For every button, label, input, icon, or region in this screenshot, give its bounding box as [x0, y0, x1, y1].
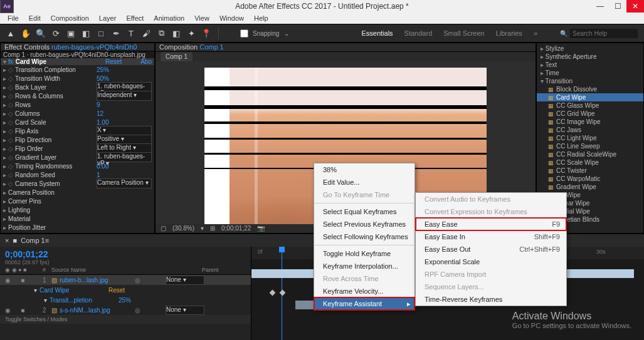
col-parent[interactable]: Parent — [202, 267, 246, 273]
fx-item[interactable]: ▦CC Radial ScaleWipe — [537, 150, 643, 158]
comp-tab[interactable]: Comp 1 — [161, 52, 193, 61]
ctx-item[interactable]: Keyframe Assistant▸ — [314, 297, 414, 310]
menu-layer[interactable]: Layer — [94, 13, 122, 23]
parent-combo[interactable]: None ▾ — [166, 276, 204, 285]
close-button[interactable]: ✕ — [626, 0, 644, 13]
menu-edit[interactable]: Edit — [24, 13, 46, 23]
fx-item[interactable]: ▦CC Jaws — [537, 126, 643, 134]
fx-item[interactable]: ▦CC Scale Wipe — [537, 158, 643, 167]
snapshot-icon[interactable]: 📷 — [257, 225, 265, 232]
ctx-item[interactable]: 38% — [314, 163, 414, 176]
fx-category[interactable]: Text — [537, 61, 643, 69]
menu-effect[interactable]: Effect — [121, 13, 149, 23]
timeline-layer[interactable]: ▾Transit...pletion25% — [0, 295, 251, 305]
ctx-item[interactable]: Time-Reverse Keyframes — [416, 293, 566, 306]
fx-item[interactable]: ▦CC Grid Wipe — [537, 110, 643, 118]
fx-item[interactable]: ▦CC Glass Wipe — [537, 101, 643, 110]
ctx-item[interactable]: Easy EaseF9 — [416, 218, 566, 230]
ec-reset[interactable]: Reset — [105, 58, 122, 65]
ec-group[interactable]: Camera Position — [8, 189, 90, 196]
fx-item[interactable]: ▦CC Line Sweep — [537, 142, 643, 150]
workspace-essentials[interactable]: Essentials — [361, 29, 393, 37]
keyframe[interactable] — [280, 290, 286, 296]
menu-composition[interactable]: Composition — [46, 13, 94, 23]
ec-group[interactable]: Position Jitter — [8, 224, 90, 231]
snapping-opts-icon[interactable]: ⌄ — [284, 30, 289, 37]
brush-tool-icon[interactable]: 🖌 — [140, 28, 152, 39]
timeline-tab[interactable]: Comp 1 — [21, 237, 45, 244]
fx-item[interactable]: ▦Block Dissolve — [537, 85, 643, 93]
zoom-level[interactable]: (30.8%) — [172, 225, 194, 232]
keyframe[interactable] — [270, 290, 276, 296]
ec-prop-combo[interactable]: 1. ruben-bagues-vP ▾ — [97, 152, 152, 162]
res-dropdown-icon[interactable]: ⊞ — [210, 225, 215, 232]
ctx-item[interactable]: Select Equal Keyframes — [314, 205, 414, 218]
zoom-dropdown-icon[interactable]: ▢ — [161, 225, 166, 232]
ec-prop-value[interactable]: 9 — [97, 101, 100, 108]
menu-animation[interactable]: Animation — [149, 13, 189, 23]
menu-file[interactable]: File — [3, 13, 24, 23]
parent-combo[interactable]: None ▾ — [166, 306, 204, 315]
ec-prop-value[interactable]: 1 — [97, 172, 100, 178]
workspace-more-icon[interactable]: » — [534, 29, 537, 37]
ctx-item[interactable]: Edit Value... — [314, 176, 414, 188]
ec-group[interactable]: Material — [8, 215, 90, 222]
ctx-item[interactable]: Select Following Keyframes — [314, 230, 414, 243]
col-source[interactable]: Source Name — [51, 267, 202, 273]
workspace-smallscreen[interactable]: Small Screen — [443, 29, 484, 37]
selection-tool-icon[interactable]: ▲ — [5, 28, 16, 39]
search-input[interactable] — [570, 29, 638, 38]
menu-window[interactable]: Window — [214, 13, 249, 23]
menu-view[interactable]: View — [189, 13, 214, 23]
toggle-switches[interactable]: Toggle Switches / Modes — [5, 316, 68, 322]
timeline-layer[interactable]: ◉ ■2▧s-s-nNM...lash.jpg◎None ▾ — [0, 305, 251, 315]
ec-prop-value[interactable]: 50% — [97, 75, 109, 82]
fx-category[interactable]: Time — [537, 69, 643, 77]
fx-item[interactable]: ▦CC Twister — [537, 167, 643, 175]
ec-effect-name[interactable]: Card Wipe — [16, 58, 105, 65]
clone-tool-icon[interactable]: ⧉ — [156, 28, 167, 39]
pen-tool-icon[interactable]: ✒ — [110, 28, 122, 39]
ctx-item[interactable]: Keyframe Velocity... — [314, 285, 414, 297]
puppet-tool-icon[interactable]: 📍 — [201, 28, 212, 39]
ctx-item[interactable]: Exponential Scale — [416, 255, 566, 268]
workspace-standard[interactable]: Standard — [404, 29, 433, 37]
fx-category[interactable]: Synthetic Aperture — [537, 53, 643, 61]
minimize-button[interactable]: — — [591, 0, 609, 13]
ctx-item[interactable]: Select Previous Keyframes — [314, 218, 414, 230]
fx-category[interactable]: Transition — [537, 77, 643, 85]
fx-item[interactable]: ▦Gradient Wipe — [537, 183, 643, 191]
camera-tool-icon[interactable]: ▣ — [65, 28, 77, 39]
ec-fx-toggle-icon[interactable]: fx — [8, 58, 13, 65]
ctx-item[interactable]: Easy Ease OutCtrl+Shift+F9 — [416, 243, 566, 255]
ec-prop-value[interactable]: 12 — [97, 110, 103, 117]
maximize-button[interactable]: ☐ — [609, 0, 626, 13]
ec-group[interactable]: Corner Pins — [8, 198, 90, 205]
fx-item[interactable]: ▦Card Wipe — [537, 93, 643, 101]
menu-help[interactable]: Help — [249, 13, 273, 23]
timeline-layer[interactable]: ◉ ■1▧ruben-b...lash.jpg◎None ▾ — [0, 275, 251, 285]
panbehind-tool-icon[interactable]: ◧ — [80, 28, 92, 39]
layer-reset[interactable]: Reset — [108, 287, 125, 294]
ec-prop-value[interactable]: 1.00 — [97, 119, 108, 126]
rotate-tool-icon[interactable]: ⟳ — [50, 28, 61, 39]
zoom-tool-icon[interactable]: 🔍 — [35, 28, 46, 39]
type-tool-icon[interactable]: T — [125, 28, 137, 39]
ec-prop-combo[interactable]: Camera Position ▾ — [97, 178, 152, 188]
ctx-item[interactable]: Easy Ease InShift+F9 — [416, 230, 566, 243]
preview-time[interactable]: 0;00;01;22 — [221, 225, 251, 232]
ec-about[interactable]: Abo — [140, 58, 152, 65]
fx-item[interactable]: ▦CC Light Wipe — [537, 134, 643, 142]
ec-prop-value[interactable]: 25% — [97, 66, 109, 73]
workspace-libraries[interactable]: Libraries — [496, 29, 522, 37]
timeline-layer[interactable]: ▾Card WipeReset — [0, 285, 251, 295]
fx-item[interactable]: ▦CC Image Wipe — [537, 118, 643, 126]
ctx-item[interactable]: Keyframe Interpolation... — [314, 260, 414, 272]
snapping-checkbox[interactable] — [240, 29, 248, 38]
eraser-tool-icon[interactable]: ◧ — [171, 28, 182, 39]
fx-item[interactable]: ▦CC WarpoMatic — [537, 175, 643, 183]
ec-prop-combo[interactable]: Independent ▾ — [97, 91, 152, 101]
ec-prop-value[interactable]: 0.00 — [97, 163, 108, 170]
ctx-item[interactable]: Toggle Hold Keyframe — [314, 247, 414, 260]
shape-tool-icon[interactable]: □ — [95, 28, 107, 39]
